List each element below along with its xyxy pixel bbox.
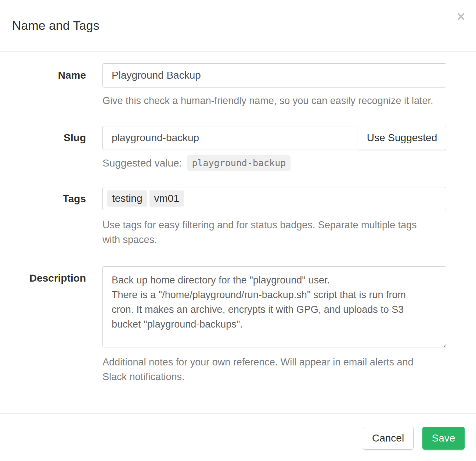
slug-input-group: Use Suggested <box>102 126 446 150</box>
use-suggested-button[interactable]: Use Suggested <box>358 126 446 150</box>
cancel-button[interactable]: Cancel <box>363 427 414 450</box>
suggested-value-label: Suggested value: <box>102 157 182 169</box>
close-icon[interactable]: × <box>457 10 465 24</box>
slug-label: Slug <box>0 126 86 171</box>
name-and-tags-dialog: Name and Tags × Name Give this check a h… <box>0 0 476 461</box>
description-textarea[interactable]: Back up home directory for the "playgrou… <box>102 266 446 347</box>
dialog-body: Name Give this check a human-friendly na… <box>0 52 476 413</box>
dialog-title: Name and Tags <box>12 18 464 33</box>
slug-form-group: Slug Use Suggested Suggested value: play… <box>0 126 476 171</box>
slug-help-line: Suggested value: playground-backup <box>102 155 446 171</box>
tags-input[interactable]: testing vm01 <box>102 187 446 210</box>
slug-input[interactable] <box>102 126 358 150</box>
description-label: Description <box>0 266 86 384</box>
dialog-header: Name and Tags × <box>0 0 476 52</box>
tags-form-group: Tags testing vm01 Use tags for easy filt… <box>0 187 476 247</box>
tags-help-text: Use tags for easy filtering and for stat… <box>102 218 446 247</box>
name-form-group: Name Give this check a human-friendly na… <box>0 63 476 108</box>
tags-label: Tags <box>0 187 86 247</box>
tag-chip-testing[interactable]: testing <box>107 190 147 207</box>
save-button[interactable]: Save <box>422 427 465 450</box>
dialog-footer: Cancel Save <box>0 413 476 461</box>
name-label: Name <box>0 63 86 108</box>
name-help-text: Give this check a human-friendly name, s… <box>102 93 446 108</box>
name-input[interactable] <box>102 63 446 87</box>
tag-chip-vm01[interactable]: vm01 <box>149 190 184 207</box>
suggested-value-code: playground-backup <box>187 155 291 171</box>
description-help-text: Additional notes for your own reference.… <box>102 355 446 384</box>
description-form-group: Description Back up home directory for t… <box>0 266 476 384</box>
